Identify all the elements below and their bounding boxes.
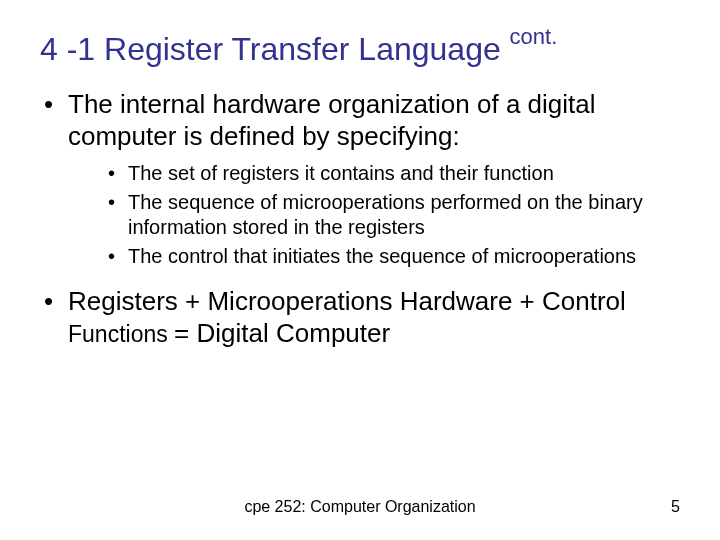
sub-bullet-item: The sequence of microoperations performe…: [108, 190, 680, 240]
page-number: 5: [671, 498, 680, 516]
footer-course: cpe 252: Computer Organization: [0, 498, 720, 516]
slide-title: 4 -1 Register Transfer Language cont.: [40, 28, 680, 68]
equation-part: Functions: [68, 321, 174, 347]
title-main: 4 -1 Register Transfer Language: [40, 31, 510, 67]
sub-bullet-item: The control that initiates the sequence …: [108, 244, 680, 269]
sub-bullet-text: The sequence of microoperations performe…: [128, 191, 643, 238]
bullet-item: Registers + Microoperations Hardware + C…: [40, 285, 680, 350]
equation-part: = Digital Computer: [174, 318, 390, 348]
sub-bullet-text: The set of registers it contains and the…: [128, 162, 554, 184]
equation-part: Registers + Microoperations Hardware + C…: [68, 286, 626, 316]
bullet-item: The internal hardware organization of a …: [40, 88, 680, 269]
bullet-text: The internal hardware organization of a …: [68, 89, 596, 152]
main-bullet-list: The internal hardware organization of a …: [40, 88, 680, 350]
sub-bullet-text: The control that initiates the sequence …: [128, 245, 636, 267]
sub-bullet-list: The set of registers it contains and the…: [68, 161, 680, 269]
sub-bullet-item: The set of registers it contains and the…: [108, 161, 680, 186]
title-superscript: cont.: [510, 24, 558, 49]
